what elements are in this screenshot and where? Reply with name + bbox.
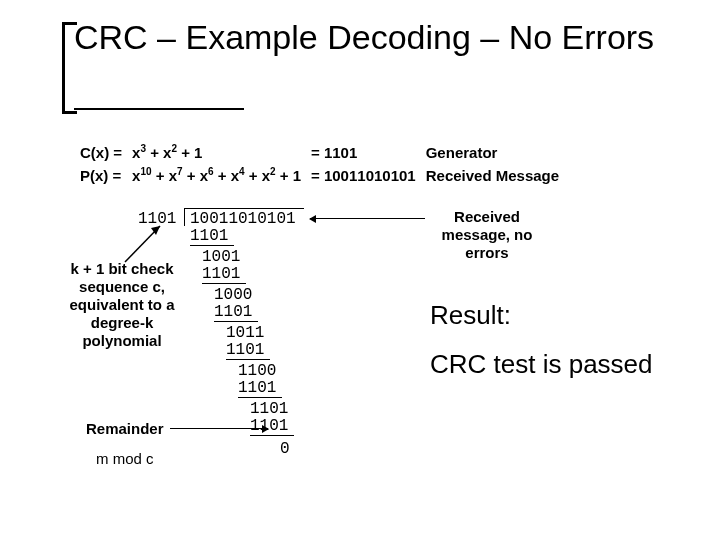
arrow-remainder [170, 428, 268, 429]
step2-top: 1000 [214, 286, 252, 304]
rule [250, 435, 294, 436]
step5-top: 1101 [250, 400, 288, 418]
def-poly: x10 + x7 + x6 + x4 + x2 + 1 [128, 165, 305, 186]
rule [226, 359, 270, 360]
dividend: 10011010101 [190, 210, 296, 228]
result-block: Result: CRC test is passed [430, 300, 653, 380]
label-check-sequence: k + 1 bit check sequence c, equivalent t… [58, 260, 186, 350]
step0-sub: 1101 [190, 227, 228, 245]
rule [214, 321, 258, 322]
rule [190, 245, 234, 246]
def-bin: = 1101 [311, 144, 357, 161]
division-bracket-v [184, 208, 185, 226]
step3-sub: 1101 [226, 341, 264, 359]
arrow-check-to-divisor [125, 222, 175, 262]
label-remainder: Remainder [86, 420, 164, 438]
def-lhs: P(x) = [80, 167, 121, 184]
polynomial-definitions: C(x) = x3 + x2 + 1 = 1101 Generator P(x)… [74, 140, 565, 189]
title-underline [74, 108, 244, 110]
def-row-generator: C(x) = x3 + x2 + 1 = 1101 Generator [76, 142, 563, 163]
long-division: 1101 10011010101 1101 1001 1101 1000 110… [190, 210, 209, 540]
result-text: CRC test is passed [430, 349, 653, 380]
def-role: Received Message [426, 167, 559, 184]
division-bracket-h [184, 208, 304, 209]
label-mmodc: m mod c [96, 450, 154, 468]
step3-top: 1011 [226, 324, 264, 342]
step4-sub: 1101 [238, 379, 276, 397]
rule [238, 397, 282, 398]
step1-sub: 1101 [202, 265, 240, 283]
page-title: CRC – Example Decoding – No Errors [74, 18, 654, 57]
def-row-received: P(x) = x10 + x7 + x6 + x4 + x2 + 1 = 100… [76, 165, 563, 186]
step5-sub: 1101 [250, 417, 288, 435]
def-lhs: C(x) = [80, 144, 122, 161]
def-poly: x3 + x2 + 1 [128, 142, 305, 163]
step4-top: 1100 [238, 362, 276, 380]
label-received-msg: Received message, no errors [432, 208, 542, 262]
result-heading: Result: [430, 300, 653, 331]
rule [202, 283, 246, 284]
def-bin: = 10011010101 [311, 167, 416, 184]
def-role: Generator [426, 144, 498, 161]
step2-sub: 1101 [214, 303, 252, 321]
remainder-value: 0 [280, 440, 290, 458]
step1-top: 1001 [202, 248, 240, 266]
arrow-received-to-dividend [310, 218, 425, 219]
